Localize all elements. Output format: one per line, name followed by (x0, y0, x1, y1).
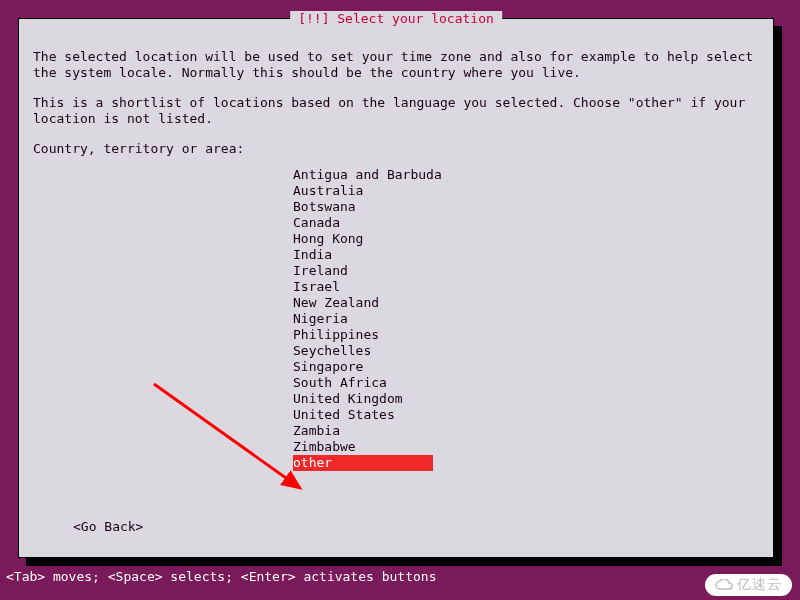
watermark: 亿速云 (705, 574, 792, 596)
location-option[interactable]: Philippines (293, 327, 493, 343)
location-option[interactable]: Antigua and Barbuda (293, 167, 493, 183)
cloud-icon (715, 579, 733, 591)
location-option[interactable]: Singapore (293, 359, 493, 375)
location-option[interactable]: Hong Kong (293, 231, 493, 247)
field-prompt: Country, territory or area: (33, 141, 759, 157)
location-option[interactable]: other (293, 455, 433, 471)
watermark-text: 亿速云 (737, 576, 782, 592)
location-option[interactable]: United Kingdom (293, 391, 493, 407)
location-option[interactable]: New Zealand (293, 295, 493, 311)
location-option[interactable]: South Africa (293, 375, 493, 391)
installer-dialog: [!!] Select your location The selected l… (18, 18, 774, 558)
location-option[interactable]: India (293, 247, 493, 263)
location-option[interactable]: Australia (293, 183, 493, 199)
location-option[interactable]: Ireland (293, 263, 493, 279)
location-option[interactable]: Canada (293, 215, 493, 231)
location-option[interactable]: Nigeria (293, 311, 493, 327)
description-2: This is a shortlist of locations based o… (33, 95, 759, 127)
go-back-button[interactable]: <Go Back> (73, 519, 143, 535)
dialog-title: [!!] Select your location (290, 11, 502, 26)
location-option[interactable]: Israel (293, 279, 493, 295)
location-option[interactable]: Zambia (293, 423, 493, 439)
location-list[interactable]: Antigua and BarbudaAustraliaBotswanaCana… (293, 167, 493, 471)
dialog-content: The selected location will be used to se… (33, 49, 759, 541)
help-bar: <Tab> moves; <Space> selects; <Enter> ac… (0, 569, 800, 584)
description-1: The selected location will be used to se… (33, 49, 759, 81)
location-option[interactable]: Zimbabwe (293, 439, 493, 455)
location-option[interactable]: United States (293, 407, 493, 423)
location-option[interactable]: Seychelles (293, 343, 493, 359)
location-option[interactable]: Botswana (293, 199, 493, 215)
